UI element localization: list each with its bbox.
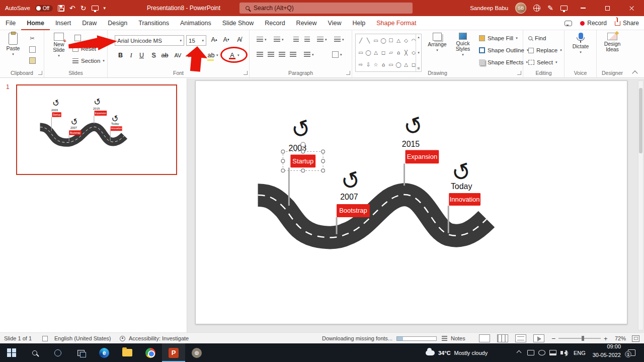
drawing-dialog-launcher[interactable] [517, 71, 521, 75]
shape-option[interactable]: ▭ [387, 62, 394, 67]
replace-button[interactable]: Replace▾ [528, 47, 562, 53]
font-dialog-launcher[interactable] [244, 71, 248, 75]
rotate-handle[interactable] [301, 142, 305, 147]
milestone-expansion[interactable]: ↺2015Expansion [93, 96, 107, 124]
view-reading-button[interactable] [515, 333, 526, 344]
user-name[interactable]: Sandeep Babu [470, 5, 508, 11]
align-center-button[interactable] [266, 50, 276, 59]
fit-to-window-button[interactable] [632, 333, 639, 344]
view-normal-button[interactable] [479, 333, 490, 344]
design-ideas-button[interactable]: Design Ideas [601, 33, 624, 52]
tab-draw[interactable]: Draw [76, 16, 102, 30]
new-slide-button[interactable]: New Slide ▾ [48, 33, 69, 58]
search-box[interactable]: Search (Alt+Q) [239, 3, 413, 14]
weather-widget[interactable]: 34°C Mostly cloudy [426, 343, 488, 362]
dictate-button[interactable]: Dictate ▾ [570, 33, 592, 54]
ribbon-display-icon[interactable] [560, 6, 568, 11]
language-indicator[interactable]: ENG [574, 343, 586, 362]
taskbar-search-button[interactable] [23, 343, 46, 362]
tab-shape-format[interactable]: Shape Format [371, 16, 422, 30]
close-button[interactable] [623, 0, 640, 16]
increase-font-size-button[interactable]: A▴ [209, 35, 219, 45]
shape-option[interactable]: ☆ [372, 62, 379, 67]
redo-icon[interactable]: ↻ [80, 5, 87, 12]
columns-button[interactable] [302, 50, 312, 59]
tab-home[interactable]: Home [21, 16, 50, 30]
save-icon[interactable] [58, 5, 64, 12]
zoom-slider[interactable] [558, 333, 601, 344]
quick-access-chevron-icon[interactable]: ▾ [104, 6, 106, 11]
resize-handle[interactable] [281, 159, 285, 163]
tab-insert[interactable]: Insert [50, 16, 76, 30]
zoom-out-button[interactable]: − [551, 333, 555, 344]
gimp-app-button[interactable]: ◍ [185, 343, 208, 362]
highlight-color-button[interactable]: ab [206, 50, 216, 60]
strikethrough-button[interactable]: ab [160, 50, 170, 60]
shape-option[interactable]: ⇨ [357, 62, 364, 67]
font-color-button[interactable]: A [227, 50, 237, 60]
notes-button[interactable]: Notes [451, 333, 465, 344]
tray-network-button[interactable] [549, 343, 556, 362]
sort-text-button[interactable] [332, 35, 342, 44]
minimize-button[interactable] [575, 0, 592, 16]
milestone-startup[interactable]: ↺2003Startup [51, 97, 61, 131]
shape-option[interactable]: ⌂ [380, 62, 387, 67]
paragraph-dialog-launcher[interactable] [346, 71, 350, 75]
tab-record[interactable]: Record [259, 16, 290, 30]
italic-button[interactable]: I [126, 50, 136, 60]
shape-option[interactable]: ▭ [372, 38, 379, 43]
resize-handle[interactable] [321, 169, 325, 172]
shape-option[interactable]: ◯ [365, 50, 372, 55]
spellcheck-icon[interactable] [42, 333, 48, 344]
chrome-app-button[interactable] [139, 343, 162, 362]
tray-cast-button[interactable] [527, 343, 534, 362]
tab-help[interactable]: Help [347, 16, 371, 30]
clear-formatting-button[interactable]: A̸ [234, 35, 244, 45]
text-direction-button[interactable] [330, 50, 340, 59]
select-button[interactable]: Select▾ [528, 59, 557, 65]
edge-app-button[interactable]: e [93, 343, 116, 362]
view-slideshow-button[interactable] [533, 333, 544, 344]
undo-icon[interactable]: ↶ [69, 5, 75, 12]
slide[interactable]: ↺2003Startup↺2007Bootstrap↺2015Expansion… [195, 80, 627, 324]
resize-handle[interactable] [281, 169, 285, 172]
present-icon[interactable] [92, 6, 99, 11]
vertical-scrollbar[interactable] [638, 80, 643, 330]
powerpoint-app-button[interactable]: P [162, 343, 185, 362]
justify-button[interactable] [288, 50, 298, 59]
find-button[interactable]: Find [528, 35, 546, 41]
autosave-toggle[interactable]: Off [35, 5, 53, 12]
tab-file[interactable]: File [0, 16, 21, 30]
align-right-button[interactable] [277, 50, 287, 59]
scroll-up-icon[interactable]: ▴ [418, 35, 420, 39]
increase-indent-button[interactable] [302, 35, 312, 44]
bullets-button[interactable] [255, 35, 265, 44]
file-explorer-button[interactable] [116, 343, 139, 362]
tab-design[interactable]: Design [102, 16, 133, 30]
zoom-level[interactable]: 72% [615, 333, 626, 344]
shape-option[interactable]: ◇ [403, 38, 410, 43]
text-shadow-button[interactable]: S [149, 50, 158, 60]
decrease-font-size-button[interactable]: A▾ [221, 35, 231, 45]
shape-option[interactable]: ╳ [403, 50, 410, 55]
tab-animations[interactable]: Animations [175, 16, 217, 30]
maximize-button[interactable] [599, 0, 616, 16]
font-family-select[interactable]: Arial Unicode MS▾ [115, 35, 184, 46]
shape-fill-button[interactable]: Shape Fill▾ [479, 35, 518, 41]
shape-effects-button[interactable]: Shape Effects▾ [479, 59, 528, 65]
tab-transitions[interactable]: Transitions [133, 16, 175, 30]
font-size-select[interactable]: 15▾ [186, 35, 206, 46]
bold-button[interactable]: B [116, 50, 125, 60]
section-button[interactable]: Section▾ [72, 58, 105, 64]
align-left-button[interactable] [255, 50, 265, 59]
zoom-in-button[interactable]: + [604, 333, 608, 344]
network-globe-icon[interactable] [533, 5, 540, 12]
clock[interactable]: 09:00 30-05-2022 [590, 343, 621, 362]
resize-handle[interactable] [321, 150, 325, 153]
shape-option[interactable]: △ [403, 62, 410, 67]
format-painter-button[interactable] [27, 56, 37, 65]
tab-review[interactable]: Review [291, 16, 323, 30]
comments-icon[interactable] [565, 21, 572, 26]
shape-option[interactable]: ◯ [395, 62, 402, 67]
record-button[interactable]: Record [580, 20, 607, 27]
